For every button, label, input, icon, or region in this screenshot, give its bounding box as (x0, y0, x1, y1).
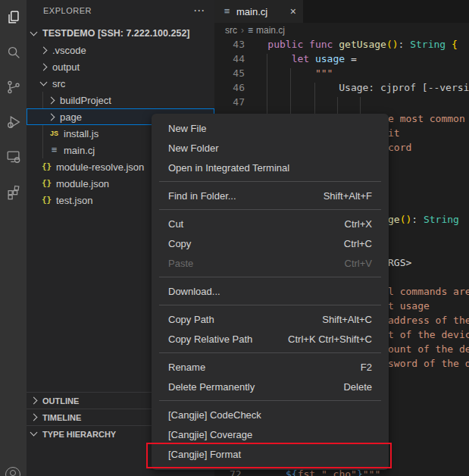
menu-separator (159, 277, 381, 277)
line-number: 45 (214, 66, 245, 80)
tree-item-buildproject[interactable]: buildProject (27, 92, 214, 108)
menu-item-cangjie-codecheck[interactable]: [Cangjie] CodeCheck (152, 405, 389, 424)
menu-item-copy[interactable]: CopyCtrl+C (152, 233, 389, 253)
code-fragment: t of the devic (388, 327, 469, 342)
line-number: 46 (214, 80, 245, 95)
menu-item-new-file[interactable]: New File (152, 118, 389, 138)
search-icon[interactable] (0, 35, 27, 70)
menu-separator (159, 400, 381, 401)
more-actions-icon[interactable]: ⋯ (193, 4, 205, 17)
menu-item-shortcut: Delete (322, 381, 372, 393)
code-line: 47 (214, 95, 469, 109)
tree-item-label: buildProject (60, 95, 111, 106)
code-text: let usage = (244, 52, 357, 66)
menu-item-shortcut: Shift+Alt+F (302, 190, 372, 202)
tree-item-label: TESTDEMO [SSH: 7.222.100.252] (42, 28, 190, 39)
menu-item-label: Copy (168, 238, 191, 249)
tab-main-cj[interactable]: ≡ main.cj × (214, 0, 303, 23)
code-fragment: sword of the d (388, 356, 469, 371)
tab-bar: ≡ main.cj × (214, 0, 469, 23)
indent-guide (267, 54, 267, 114)
code-fragment: t usage (388, 299, 430, 313)
menu-item-label: [Cangjie] Coverage (168, 429, 252, 440)
code-text: public func getUsage(): String { (244, 37, 458, 52)
source-control-icon[interactable] (0, 70, 27, 105)
code-fragment: ge(): String (388, 212, 459, 227)
menu-separator (159, 352, 381, 353)
code-line: 46 Usage: cjprof [--version (214, 80, 469, 95)
chevron-right-icon (48, 113, 55, 121)
close-icon[interactable]: × (290, 5, 296, 17)
run-and-debug-icon[interactable] (0, 105, 27, 139)
menu-item-label: Rename (168, 362, 205, 373)
menu-item-rename[interactable]: RenameF2 (152, 357, 389, 377)
menu-item-cangjie-format[interactable]: [Cangjie] Format (152, 444, 389, 464)
code-fragment: e most common (388, 111, 465, 126)
tree-item-vscode[interactable]: .vscode (27, 42, 214, 58)
accounts-icon[interactable] (5, 467, 20, 476)
code-fragment: ount of the de (388, 342, 469, 356)
code-line: 43 public func getUsage(): String { (214, 37, 469, 52)
menu-item-label: Delete Permanently (168, 381, 255, 393)
menu-item-new-folder[interactable]: New Folder (152, 138, 389, 158)
accounts-head-icon (10, 470, 16, 476)
tree-item-label: install.js (64, 128, 98, 139)
menu-item-label: Find in Folder... (168, 190, 236, 202)
extensions-icon[interactable] (0, 174, 27, 209)
js-file-icon: JS (48, 128, 60, 139)
menu-item-shortcut: Ctrl+X (324, 218, 372, 230)
chevron-right-icon: › (241, 25, 244, 36)
remote-explorer-icon[interactable] (0, 139, 27, 174)
explorer-header: EXPLORER ⋯ (27, 0, 214, 21)
tree-item-label: module-resolve.json (56, 161, 144, 173)
breadcrumb-item-main-cj[interactable]: main.cj (256, 25, 285, 36)
menu-item-cangjie-coverage[interactable]: [Cangjie] Coverage (152, 424, 389, 444)
menu-item-shortcut: Ctrl+V (324, 258, 372, 269)
tree-item-output[interactable]: output (27, 58, 214, 75)
chevron-down-icon (40, 78, 48, 86)
menu-item-cut[interactable]: CutCtrl+X (152, 214, 389, 233)
menu-item-shortcut: Shift+Alt+C (301, 314, 372, 325)
json-file-icon: {} (41, 195, 52, 205)
menu-item-label: Copy Path (168, 314, 214, 325)
cj-file-icon: ≡ (48, 145, 60, 155)
tree-item-label: src (52, 78, 65, 89)
section-label: TIMELINE (42, 413, 81, 422)
code-line: 45 """ (214, 66, 469, 80)
tree-item-label: page (60, 111, 82, 123)
explorer-icon[interactable] (0, 0, 27, 35)
menu-item-label: New File (168, 123, 207, 134)
chevron-right-icon (30, 397, 38, 405)
context-menu: New FileNew FolderOpen in Integrated Ter… (152, 114, 389, 470)
tree-item-src[interactable]: src (27, 75, 214, 92)
code-line: 44 let usage = (214, 52, 469, 66)
code-fragment: address of the (388, 313, 469, 327)
cj-file-icon: ≡ (221, 6, 233, 17)
menu-item-label: New Folder (168, 142, 218, 154)
tree-item-testdemo-ssh-7-222-100-252[interactable]: TESTDEMO [SSH: 7.222.100.252] (27, 25, 214, 42)
menu-item-open-in-integrated-terminal[interactable]: Open in Integrated Terminal (152, 158, 389, 177)
menu-item-label: Copy Relative Path (168, 334, 252, 345)
menu-item-label: Cut (168, 218, 183, 230)
menu-separator (159, 209, 381, 210)
chevron-down-icon (30, 28, 38, 36)
menu-item-label: [Cangjie] CodeCheck (168, 409, 261, 421)
menu-item-delete-permanently[interactable]: Delete PermanentlyDelete (152, 377, 389, 396)
code-fragment: l commands are (388, 284, 469, 299)
code-text: Usage: cjprof [--version (244, 80, 469, 95)
json-file-icon: {} (41, 178, 52, 189)
chevron-right-icon (40, 46, 48, 54)
tree-item-label: .vscode (52, 45, 86, 56)
menu-item-find-in-folder[interactable]: Find in Folder...Shift+Alt+F (152, 186, 389, 205)
chevron-down-icon (30, 429, 38, 437)
menu-item-label: Download... (168, 286, 220, 297)
line-number: 44 (214, 52, 245, 66)
json-file-icon: {} (41, 161, 52, 172)
menu-item-copy-path[interactable]: Copy PathShift+Alt+C (152, 309, 389, 329)
breadcrumb-item-src[interactable]: src (225, 25, 237, 36)
menu-item-copy-relative-path[interactable]: Copy Relative PathCtrl+K Ctrl+Shift+C (152, 329, 389, 349)
line-number: 47 (214, 95, 245, 109)
menu-item-download[interactable]: Download... (152, 281, 389, 301)
code-fragment: cord (388, 140, 411, 155)
tab-label: main.cj (236, 6, 267, 17)
